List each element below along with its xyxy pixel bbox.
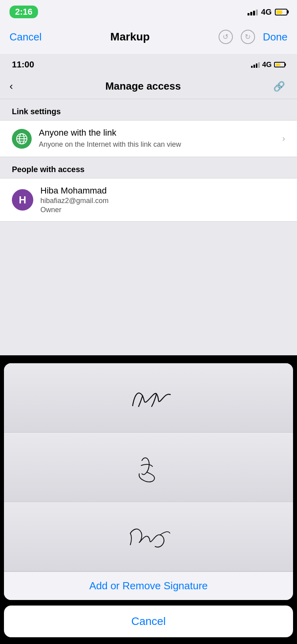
people-section-label: People with access	[0, 157, 297, 178]
outer-status-bar: 2:16 4G ⚡	[0, 0, 297, 22]
person-text: Hiba Mohammad hibafiaz2@gmail.com Owner	[40, 186, 285, 214]
link-settings-title: Anyone with the link	[39, 128, 275, 138]
inner-status-bar: 11:00 4G ⚡	[0, 54, 297, 74]
outer-time: 2:16	[10, 6, 38, 18]
inner-battery-icon: ⚡	[274, 62, 285, 67]
signature-panel: Add or Remove Signature	[4, 363, 293, 600]
markup-title: Markup	[110, 31, 150, 43]
redo-button[interactable]: ↻	[241, 30, 255, 44]
network-badge: 4G	[261, 8, 272, 17]
people-row: H Hiba Mohammad hibafiaz2@gmail.com Owne…	[0, 178, 297, 222]
link-settings-subtitle: Anyone on the Internet with this link ca…	[39, 140, 275, 150]
person-name: Hiba Mohammad	[40, 186, 285, 196]
undo-button[interactable]: ↺	[219, 30, 233, 44]
link-settings-text: Anyone with the link Anyone on the Inter…	[39, 128, 275, 150]
add-remove-signature-label: Add or Remove Signature	[89, 580, 208, 592]
manage-access-title: Manage access	[105, 80, 181, 92]
chevron-right-icon: ›	[282, 134, 285, 144]
bottom-cancel-button[interactable]: Cancel	[4, 606, 293, 637]
add-remove-signature-button[interactable]: Add or Remove Signature	[4, 571, 293, 600]
outer-status-right: 4G ⚡	[248, 8, 287, 17]
signature-option-3[interactable]	[4, 502, 293, 571]
signal-icon	[248, 8, 258, 15]
signature-drawing-1	[109, 378, 188, 418]
copy-link-icon[interactable]: 🔗	[273, 81, 285, 92]
markup-toolbar: Cancel Markup ↺ ↻ Done	[0, 22, 297, 54]
inner-status-right: 4G ⚡	[251, 61, 285, 69]
cancel-button[interactable]: Cancel	[10, 31, 42, 43]
inner-time: 11:00	[12, 59, 34, 70]
link-settings-row[interactable]: Anyone with the link Anyone on the Inter…	[0, 120, 297, 157]
signature-drawing-3	[109, 517, 188, 556]
person-role: Owner	[40, 206, 285, 214]
globe-icon	[12, 129, 32, 149]
back-button[interactable]: ‹	[10, 80, 13, 92]
battery-icon: ⚡	[275, 9, 287, 15]
person-email: hibafiaz2@gmail.com	[40, 197, 285, 205]
signature-drawing-2	[109, 447, 188, 487]
back-chevron-icon: ‹	[10, 80, 13, 92]
manage-access-header: ‹ Manage access 🔗	[0, 74, 297, 99]
inner-network-badge: 4G	[262, 61, 272, 69]
home-indicator	[0, 637, 297, 644]
link-settings-section-label: Link settings	[0, 99, 297, 120]
done-button[interactable]: Done	[263, 31, 287, 43]
toolbar-icons: ↺ ↻ Done	[219, 30, 287, 44]
avatar: H	[12, 189, 33, 211]
signature-option-2[interactable]	[4, 433, 293, 502]
gap-spacer	[0, 355, 297, 363]
signature-option-1[interactable]	[4, 363, 293, 433]
bottom-cancel-wrap: Cancel	[4, 606, 293, 637]
inner-signal-icon	[251, 61, 260, 68]
bottom-cancel-label: Cancel	[131, 615, 166, 628]
inner-screen: 11:00 4G ⚡ ‹ Manage access 🔗 Link settin…	[0, 54, 297, 355]
